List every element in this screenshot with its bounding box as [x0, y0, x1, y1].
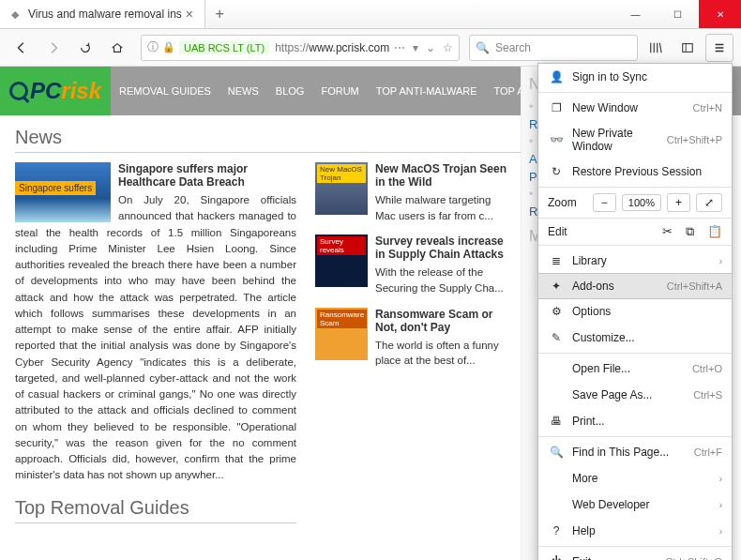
search-icon: 🔍 [476, 41, 490, 54]
new-tab-button[interactable]: + [205, 0, 234, 28]
reload-button[interactable] [71, 34, 99, 62]
page-actions-icon[interactable]: ⋯ [394, 41, 405, 54]
nav-link[interactable]: TOP ANTI-MALWARE [368, 85, 486, 97]
article-thumbnail[interactable]: New MacOS Trojan [315, 162, 368, 215]
account-icon: 👤 [548, 70, 565, 83]
svg-rect-0 [683, 43, 693, 52]
copy-icon[interactable]: ⧉ [686, 224, 694, 239]
browser-tab[interactable]: ◆ Virus and malware removal ins × [0, 0, 205, 28]
info-icon[interactable]: ⓘ [147, 39, 159, 55]
pocket-icon[interactable]: ⌄ [426, 41, 435, 54]
menu-addons[interactable]: ✦Add-onsCtrl+Shift+A [537, 273, 733, 299]
back-button[interactable] [8, 34, 36, 62]
menu-help[interactable]: ?Help› [538, 518, 732, 544]
site-logo[interactable]: PCrisk [0, 67, 111, 115]
app-menu: 👤Sign in to Sync ❐New WindowCtrl+N 👓New … [537, 63, 733, 560]
search-box[interactable]: 🔍 Search [469, 35, 638, 61]
logo-magnifier-icon [9, 82, 28, 100]
window-titlebar: ◆ Virus and malware removal ins × + — ☐ … [0, 0, 741, 29]
search-placeholder: Search [495, 41, 531, 54]
search-icon: 🔍 [548, 446, 565, 459]
browser-toolbar: ⓘ 🔒 UAB RCS LT (LT) https://www.pcrisk.c… [0, 29, 741, 67]
zoom-label: Zoom [548, 196, 577, 209]
gear-icon: ⚙ [548, 305, 565, 318]
edit-label: Edit [548, 225, 662, 238]
menu-save-page[interactable]: Save Page As...Ctrl+S [538, 382, 732, 408]
nav-link[interactable]: REMOVAL GUIDES [111, 85, 219, 97]
window-maximize[interactable]: ☐ [657, 0, 699, 28]
window-minimize[interactable]: — [614, 0, 657, 28]
library-icon: ≣ [548, 254, 565, 267]
paint-icon: ✎ [548, 331, 565, 344]
reader-icon[interactable]: ▾ [413, 41, 418, 54]
menu-signin[interactable]: 👤Sign in to Sync [538, 64, 732, 90]
tab-close-icon[interactable]: × [182, 7, 197, 22]
tab-favicon: ◆ [8, 7, 23, 22]
menu-private-window[interactable]: 👓New Private WindowCtrl+Shift+P [538, 121, 732, 159]
puzzle-icon: ✦ [548, 280, 565, 293]
menu-print[interactable]: 🖶Print... [538, 408, 732, 434]
lock-icon: 🔒 [162, 41, 175, 53]
zoom-out-button[interactable]: − [593, 193, 616, 212]
exit-icon: ⏻ [548, 555, 565, 560]
article: Ransomware Scam Ransomware Scam or Not, … [315, 308, 512, 369]
home-button[interactable] [103, 34, 131, 62]
help-icon: ? [548, 524, 565, 537]
window-icon: ❐ [548, 101, 565, 114]
app-menu-button[interactable] [705, 34, 733, 62]
url-text: https://www.pcrisk.com [275, 41, 389, 54]
cut-icon[interactable]: ✂ [662, 224, 673, 239]
article-thumbnail[interactable]: Survey reveals [315, 235, 368, 287]
article: New MacOS Trojan New MacOS Trojan Seen i… [315, 162, 512, 223]
menu-edit-row: Edit ✂ ⧉ 📋 [538, 220, 732, 243]
zoom-level[interactable]: 100% [622, 194, 661, 211]
thumb-badge: Singapore suffers [15, 181, 96, 195]
article: Survey reveals Survey reveals increase i… [315, 235, 512, 295]
site-identity[interactable]: UAB RCS LT (LT) [179, 41, 269, 54]
mask-icon: 👓 [548, 133, 565, 146]
article-thumbnail[interactable]: Ransomware Scam [315, 308, 368, 360]
paste-icon[interactable]: 📋 [707, 224, 722, 239]
bookmark-icon[interactable]: ☆ [443, 41, 453, 54]
nav-link[interactable]: FORUM [312, 85, 367, 97]
menu-customize[interactable]: ✎Customize... [538, 325, 732, 351]
article-thumbnail[interactable]: Singapore suffers [15, 162, 111, 222]
menu-library[interactable]: ≣Library› [538, 248, 732, 274]
window-controls: — ☐ ✕ [614, 0, 741, 28]
sidebar-button[interactable] [673, 34, 702, 62]
menu-more[interactable]: More› [538, 465, 732, 492]
menu-restore-session[interactable]: ↻Restore Previous Session [538, 159, 732, 185]
menu-zoom-row: Zoom − 100% + ⤢ [538, 189, 732, 216]
nav-link[interactable]: NEWS [219, 85, 267, 97]
menu-options[interactable]: ⚙Options [538, 298, 732, 325]
menu-find[interactable]: 🔍Find in This Page...Ctrl+F [538, 439, 732, 465]
address-bar[interactable]: ⓘ 🔒 UAB RCS LT (LT) https://www.pcrisk.c… [141, 35, 460, 61]
forward-button[interactable] [39, 34, 68, 62]
menu-exit[interactable]: ⏻ExitCtrl+Shift+Q [538, 549, 732, 560]
zoom-in-button[interactable]: + [667, 193, 690, 212]
article-body: On July 20, Singapore officials announce… [15, 192, 296, 484]
tab-title: Virus and malware removal ins [28, 8, 182, 21]
nav-link[interactable]: BLOG [267, 85, 313, 97]
menu-new-window[interactable]: ❐New WindowCtrl+N [538, 95, 732, 121]
print-icon: 🖶 [548, 415, 565, 428]
restore-icon: ↻ [548, 165, 565, 178]
menu-web-developer[interactable]: Web Developer› [538, 492, 732, 518]
section-heading-top: Top Removal Guides [15, 497, 296, 523]
article: Singapore suffers Singapore suffers majo… [15, 162, 296, 484]
menu-open-file[interactable]: Open File...Ctrl+O [538, 356, 732, 382]
window-close[interactable]: ✕ [699, 0, 741, 28]
library-button[interactable] [642, 34, 670, 62]
fullscreen-button[interactable]: ⤢ [696, 193, 722, 212]
